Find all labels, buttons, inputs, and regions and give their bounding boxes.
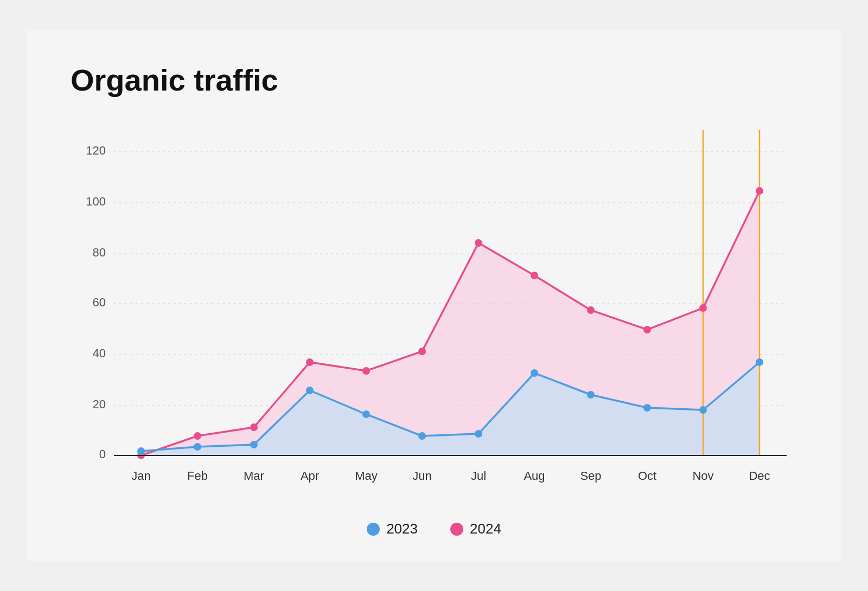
svg-text:20: 20 — [93, 397, 106, 411]
dot-2023-jan — [137, 447, 145, 455]
dot-2023-dec — [756, 358, 763, 366]
dot-2024-jul — [475, 239, 482, 247]
svg-text:0: 0 — [99, 447, 106, 461]
dot-2023-oct — [643, 404, 651, 412]
dot-2023-nov — [699, 406, 707, 414]
svg-text:120: 120 — [86, 144, 106, 157]
legend-item-2023: 2023 — [367, 521, 418, 537]
svg-text:Mar: Mar — [244, 469, 264, 483]
svg-text:100: 100 — [86, 195, 106, 208]
dot-2024-apr — [306, 358, 314, 366]
legend-label-2023: 2023 — [386, 521, 418, 537]
svg-text:Jun: Jun — [412, 469, 431, 483]
dot-2024-feb — [194, 432, 201, 440]
dot-2023-aug — [531, 369, 538, 377]
chart-container: Organic traffic 0 20 40 60 80 100 120 14… — [27, 30, 841, 561]
svg-text:Feb: Feb — [187, 469, 208, 483]
svg-text:Oct: Oct — [638, 469, 656, 483]
svg-text:May: May — [355, 469, 378, 483]
chart-area: 0 20 40 60 80 100 120 140 Jan Feb Mar Ap… — [71, 119, 797, 510]
dot-2024-sep — [587, 306, 595, 314]
chart-svg: 0 20 40 60 80 100 120 140 Jan Feb Mar Ap… — [71, 119, 797, 510]
dot-2023-mar — [250, 441, 258, 448]
dot-2024-oct — [643, 326, 651, 333]
dot-2024-nov — [699, 304, 707, 312]
dot-2024-dec — [756, 187, 763, 195]
svg-text:60: 60 — [93, 295, 106, 309]
svg-text:Sep: Sep — [580, 469, 601, 483]
svg-text:Jul: Jul — [471, 469, 486, 483]
legend-item-2024: 2024 — [450, 521, 501, 537]
svg-text:Dec: Dec — [749, 469, 770, 483]
svg-text:80: 80 — [93, 246, 106, 259]
dot-2023-jun — [418, 432, 426, 440]
legend-label-2024: 2024 — [470, 521, 501, 537]
dot-2023-apr — [306, 387, 314, 394]
chart-legend: 2023 2024 — [71, 521, 797, 537]
chart-title: Organic traffic — [71, 62, 797, 98]
legend-dot-2024 — [450, 523, 463, 536]
dot-2024-jun — [418, 348, 426, 355]
dot-2024-aug — [531, 272, 538, 279]
svg-text:Aug: Aug — [524, 469, 545, 483]
dot-2023-may — [362, 410, 370, 418]
dot-2024-mar — [250, 423, 258, 431]
dot-2024-may — [362, 367, 370, 375]
dot-2023-feb — [194, 443, 201, 451]
svg-text:Nov: Nov — [692, 469, 713, 483]
svg-text:Jan: Jan — [131, 469, 150, 483]
svg-text:Apr: Apr — [301, 469, 319, 483]
svg-text:40: 40 — [93, 346, 106, 360]
legend-dot-2023 — [367, 523, 380, 536]
dot-2023-sep — [587, 391, 595, 399]
dot-2023-jul — [475, 430, 482, 438]
